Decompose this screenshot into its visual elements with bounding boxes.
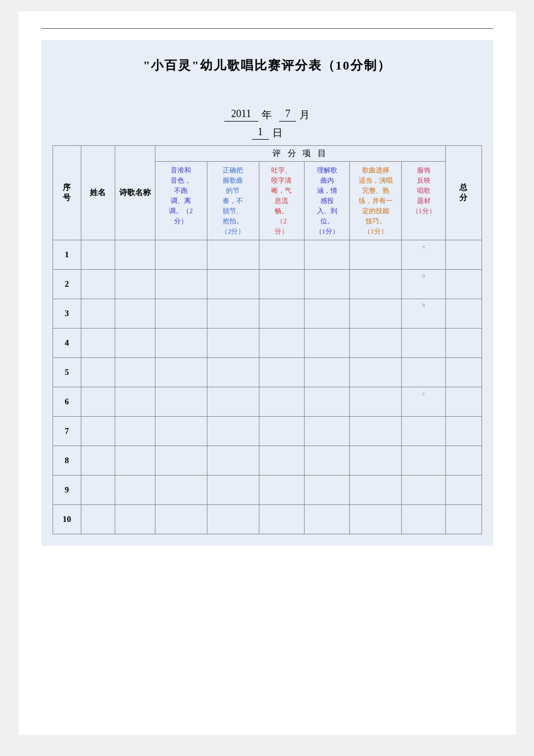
row-num-3: 3 <box>53 299 81 329</box>
row-diction-3 <box>259 299 304 329</box>
table-row: 9 <box>53 476 481 505</box>
row-name-10 <box>81 505 115 534</box>
row-diction-4 <box>259 329 304 358</box>
row-selection-2 <box>350 270 402 299</box>
row-selection-1 <box>350 240 402 270</box>
costume-criteria: 服饰反映唱歌题材（1分） <box>402 162 446 240</box>
row-total-6 <box>446 387 481 417</box>
row-diction-7 <box>259 417 304 446</box>
row-num-2: 2 <box>53 270 81 299</box>
title-box: "小百灵"幼儿歌唱比赛评分表（10分制） 2011 年 7 月 1 日 <box>41 40 493 546</box>
row-diction-6 <box>259 387 304 417</box>
scoring-header-row: 序号 姓名 诗歌名称 评 分 项 目 总分 <box>53 146 481 162</box>
row-name-5 <box>81 358 115 387</box>
row-pitch-1 <box>155 240 207 270</box>
row-rhythm-9 <box>207 476 259 505</box>
day-value: 1 <box>252 126 269 140</box>
row-total-5 <box>446 358 481 387</box>
row-costume-3: b <box>402 299 446 329</box>
total-header: 总分 <box>446 146 481 240</box>
seq-header: 序号 <box>53 146 81 240</box>
row-total-10 <box>446 505 481 534</box>
year-label: 年 <box>262 108 272 122</box>
row-rhythm-7 <box>207 417 259 446</box>
row-selection-7 <box>350 417 402 446</box>
row-song-2 <box>115 270 155 299</box>
table-row: 10 <box>53 505 481 534</box>
table-row: 3 b <box>53 299 481 329</box>
date-line: 2011 年 7 月 <box>53 108 482 122</box>
row-rhythm-5 <box>207 358 259 387</box>
row-rhythm-10 <box>207 505 259 534</box>
table-row: 6 c <box>53 387 481 417</box>
row-total-3 <box>446 299 481 329</box>
row-costume-5 <box>402 358 446 387</box>
row-pitch-8 <box>155 446 207 476</box>
row-understand-5 <box>305 358 350 387</box>
row-total-7 <box>446 417 481 446</box>
main-title: "小百灵"幼儿歌唱比赛评分表（10分制） <box>53 57 482 74</box>
row-pitch-4 <box>155 329 207 358</box>
row-name-6 <box>81 387 115 417</box>
table-row: 2 b <box>53 270 481 299</box>
table-row: 4 <box>53 329 481 358</box>
row-total-1 <box>446 240 481 270</box>
row-costume-2: b <box>402 270 446 299</box>
page: "小百灵"幼儿歌唱比赛评分表（10分制） 2011 年 7 月 1 日 <box>19 11 516 735</box>
table-row: 5 <box>53 358 481 387</box>
row-rhythm-6 <box>207 387 259 417</box>
understand-criteria: 理解歌曲内涵，情感投入、到位。（1分） <box>305 162 350 240</box>
diction-criteria: 吐字、咬字清晰，气息流畅。（2分） <box>259 162 304 240</box>
row-understand-8 <box>305 446 350 476</box>
name-header: 姓名 <box>81 146 115 240</box>
selection-criteria: 歌曲选择适当，演唱完整、熟练，并有一定的技能技巧。（1分） <box>350 162 402 240</box>
row-song-6 <box>115 387 155 417</box>
row-costume-8 <box>402 446 446 476</box>
row-pitch-7 <box>155 417 207 446</box>
scoring-header-cell: 评 分 项 目 <box>155 146 445 162</box>
row-understand-10 <box>305 505 350 534</box>
day-label: 日 <box>272 126 283 140</box>
row-selection-8 <box>350 446 402 476</box>
row-pitch-10 <box>155 505 207 534</box>
row-selection-10 <box>350 505 402 534</box>
row-song-10 <box>115 505 155 534</box>
row-song-9 <box>115 476 155 505</box>
row-understand-6 <box>305 387 350 417</box>
row-num-6: 6 <box>53 387 81 417</box>
year-value: 2011 <box>224 108 258 122</box>
row-pitch-6 <box>155 387 207 417</box>
row-costume-6: c <box>402 387 446 417</box>
table-row: 8 <box>53 446 481 476</box>
month-value: 7 <box>279 108 296 122</box>
row-num-9: 9 <box>53 476 81 505</box>
row-pitch-2 <box>155 270 207 299</box>
row-diction-9 <box>259 476 304 505</box>
row-pitch-3 <box>155 299 207 329</box>
row-name-7 <box>81 417 115 446</box>
row-pitch-9 <box>155 476 207 505</box>
row-name-9 <box>81 476 115 505</box>
row-understand-4 <box>305 329 350 358</box>
row-total-2 <box>446 270 481 299</box>
row-selection-9 <box>350 476 402 505</box>
row-num-5: 5 <box>53 358 81 387</box>
pitch-criteria: 音准和音色，不跑调、离调。（2分） <box>155 162 207 240</box>
row-understand-2 <box>305 270 350 299</box>
month-label: 月 <box>299 108 310 122</box>
row-name-8 <box>81 446 115 476</box>
row-diction-10 <box>259 505 304 534</box>
row-selection-3 <box>350 299 402 329</box>
day-line: 1 日 <box>53 126 482 140</box>
row-rhythm-8 <box>207 446 259 476</box>
row-understand-1 <box>305 240 350 270</box>
row-diction-1 <box>259 240 304 270</box>
row-num-7: 7 <box>53 417 81 446</box>
row-diction-5 <box>259 358 304 387</box>
row-selection-4 <box>350 329 402 358</box>
row-understand-7 <box>305 417 350 446</box>
row-song-4 <box>115 329 155 358</box>
row-num-8: 8 <box>53 446 81 476</box>
song-header: 诗歌名称 <box>115 146 155 240</box>
row-total-4 <box>446 329 481 358</box>
